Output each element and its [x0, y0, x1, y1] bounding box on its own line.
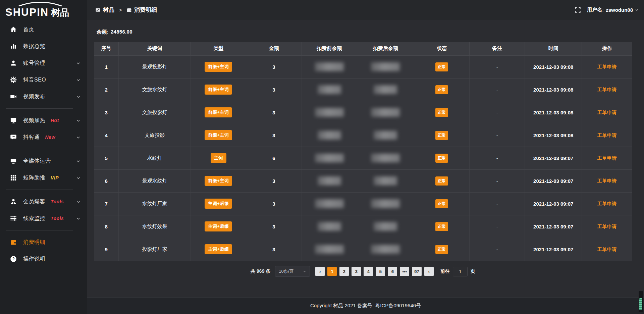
- page-button[interactable]: 4: [364, 267, 373, 276]
- cell-note: -: [470, 192, 525, 215]
- monitor-icon: [10, 158, 17, 164]
- cell-type: 主词+后缀: [191, 192, 246, 215]
- type-badge: 前缀+主词: [205, 85, 232, 95]
- chevron-down-icon: [76, 118, 80, 123]
- masked-value: [374, 222, 397, 231]
- sliders-icon: [10, 215, 17, 222]
- work-order-link[interactable]: 工单申请: [597, 247, 617, 252]
- sidebar-item-数据总览[interactable]: 数据总览: [0, 38, 87, 55]
- chevron-down-icon: [76, 95, 80, 99]
- cell-type: 前缀+主词: [191, 78, 246, 101]
- username-label: 用户名:: [587, 7, 604, 13]
- logo-arc: [18, 1, 62, 8]
- cell-note: -: [470, 215, 525, 238]
- cell-type: 主词+后缀: [191, 238, 246, 261]
- cell-no: 8: [94, 215, 119, 238]
- scrollbar: [639, 291, 643, 312]
- sidebar-item-tag: Tools: [51, 199, 64, 204]
- type-badge: 主词+后缀: [205, 221, 232, 231]
- sidebar-item-抖客通[interactable]: 抖客通New: [0, 129, 87, 146]
- sidebar-item-抖音SEO[interactable]: 抖音SEO: [0, 71, 87, 88]
- work-order-link[interactable]: 工单申请: [597, 110, 617, 115]
- page-button[interactable]: 3: [352, 267, 361, 276]
- cell-keyword: 景观水纹灯: [119, 169, 191, 192]
- more-pages-button[interactable]: •••: [400, 267, 409, 276]
- cell-note: -: [470, 101, 525, 124]
- cell-note: -: [470, 55, 525, 78]
- sidebar-item-消费明细[interactable]: 消费明细: [0, 234, 87, 251]
- sidebar-item-label: 线索监控: [23, 215, 45, 222]
- work-order-link[interactable]: 工单申请: [597, 178, 617, 184]
- cell-status: 正常: [414, 147, 469, 169]
- sidebar-item-全媒体运营[interactable]: 全媒体运营: [0, 153, 87, 169]
- cell-time: 2021-12-03 09:07: [525, 169, 582, 192]
- table-row: 2文旅水纹灯前缀+主词3正常-2021-12-03 09:08工单申请: [94, 78, 632, 101]
- masked-value: [315, 154, 344, 162]
- cell-time: 2021-12-03 09:08: [525, 124, 582, 147]
- sidebar-item-会员爆客[interactable]: 会员爆客Tools: [0, 193, 87, 210]
- status-badge: 正常: [435, 245, 448, 254]
- cell-no: 3: [94, 101, 119, 124]
- table-header: 序号关键词类型金额扣费前余额扣费后余额状态备注时间操作: [94, 42, 632, 55]
- cell-action: 工单申请: [582, 192, 632, 215]
- cell-no: 6: [94, 169, 119, 192]
- cell-action: 工单申请: [582, 124, 632, 147]
- work-order-link[interactable]: 工单申请: [597, 87, 617, 92]
- page-button[interactable]: 2: [339, 267, 349, 276]
- goto-page-input[interactable]: [453, 267, 468, 276]
- chevron-down-icon: [76, 159, 80, 163]
- type-badge: 前缀+主词: [205, 130, 232, 140]
- work-order-link[interactable]: 工单申请: [597, 201, 617, 206]
- masked-value: [371, 245, 400, 254]
- masked-value: [315, 108, 344, 117]
- scrollbar-thumb[interactable]: [639, 298, 642, 310]
- cell-post-balance-masked: [357, 192, 414, 215]
- cell-type: 主词: [191, 147, 246, 169]
- work-order-link[interactable]: 工单申请: [597, 133, 617, 138]
- user-menu[interactable]: 用户名: zswodun88: [587, 7, 639, 13]
- sidebar-item-矩阵助推[interactable]: 矩阵助推VIP: [0, 169, 87, 186]
- breadcrumb-item[interactable]: 树品: [95, 6, 114, 14]
- cell-amount: 3: [246, 55, 302, 78]
- table-body: 1景观投影灯前缀+主词3正常-2021-12-03 09:08工单申请2文旅水纹…: [94, 55, 632, 261]
- work-order-link[interactable]: 工单申请: [597, 64, 617, 69]
- column-header: 序号: [94, 42, 119, 55]
- breadcrumb-item[interactable]: 消费明细: [126, 6, 157, 14]
- chevron-down-icon: [76, 216, 80, 221]
- sidebar-item-线索监控[interactable]: 线索监控Tools: [0, 210, 87, 227]
- cell-post-balance-masked: [357, 215, 414, 238]
- sidebar-item-视频加热[interactable]: 视频加热Hot: [0, 112, 87, 129]
- column-header: 状态: [414, 42, 469, 55]
- sidebar-item-操作说明[interactable]: ?操作说明: [0, 251, 87, 267]
- table-row: 7水纹灯厂家主词+后缀3正常-2021-12-03 09:07工单申请: [94, 192, 632, 215]
- page-size-select[interactable]: 10条/页: [275, 266, 310, 277]
- sidebar-item-首页[interactable]: 首页: [0, 21, 87, 38]
- cell-pre-balance-masked: [302, 124, 357, 147]
- question-icon: ?: [10, 256, 17, 262]
- page-button[interactable]: 5: [376, 267, 385, 276]
- cell-time: 2021-12-03 09:07: [525, 192, 582, 215]
- cell-keyword: 文旅投影: [119, 124, 191, 147]
- work-order-link[interactable]: 工单申请: [597, 155, 617, 161]
- cell-amount: 3: [246, 215, 302, 238]
- prev-page-button[interactable]: ‹: [315, 267, 325, 276]
- cell-status: 正常: [414, 192, 469, 215]
- column-header: 扣费前余额: [302, 42, 357, 55]
- page-button[interactable]: 6: [388, 267, 397, 276]
- status-badge: 正常: [435, 176, 448, 186]
- sidebar-item-视频发布[interactable]: 视频发布: [0, 88, 87, 105]
- type-badge: 前缀+主词: [205, 107, 232, 117]
- footer: Copyright 树品 2021 备案号: 粤ICP备09019646号: [87, 297, 644, 314]
- cell-no: 7: [94, 192, 119, 215]
- work-order-link[interactable]: 工单申请: [597, 224, 617, 229]
- cell-time: 2021-12-03 09:08: [525, 55, 582, 78]
- cell-action: 工单申请: [582, 238, 632, 261]
- table-header-row: 序号关键词类型金额扣费前余额扣费后余额状态备注时间操作: [94, 42, 632, 55]
- sidebar-item-账号管理[interactable]: 账号管理: [0, 55, 87, 71]
- page-button[interactable]: 1: [327, 267, 337, 276]
- column-header: 类型: [191, 42, 246, 55]
- next-page-button[interactable]: ›: [424, 267, 434, 276]
- last-page-button[interactable]: 97: [412, 267, 421, 276]
- fullscreen-icon[interactable]: [575, 7, 581, 13]
- cell-pre-balance-masked: [302, 215, 357, 238]
